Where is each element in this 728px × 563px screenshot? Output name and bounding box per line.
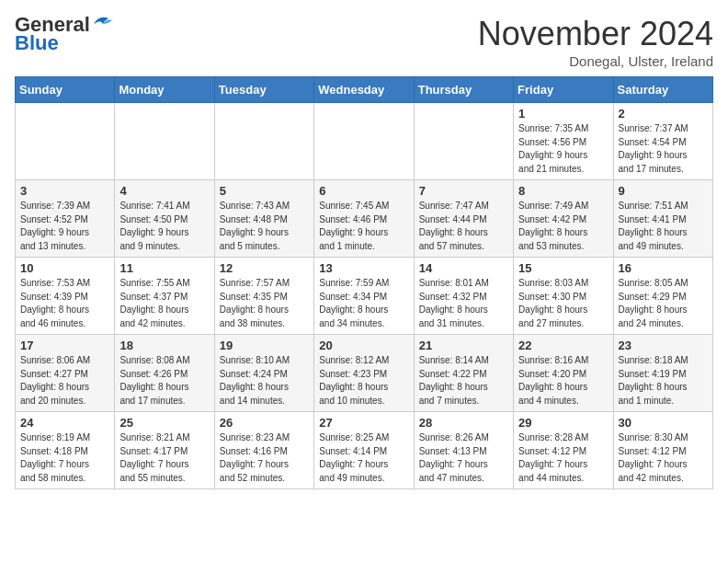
weekday-header-tuesday: Tuesday: [214, 77, 313, 103]
calendar-cell: 23Sunrise: 8:18 AM Sunset: 4:19 PM Dayli…: [613, 335, 712, 412]
calendar-cell: 29Sunrise: 8:28 AM Sunset: 4:12 PM Dayli…: [514, 412, 613, 489]
calendar-cell: 8Sunrise: 7:49 AM Sunset: 4:42 PM Daylig…: [514, 180, 613, 258]
day-info: Sunrise: 7:45 AM Sunset: 4:46 PM Dayligh…: [319, 200, 408, 253]
day-info: Sunrise: 8:10 AM Sunset: 4:24 PM Dayligh…: [220, 354, 309, 408]
day-info: Sunrise: 7:59 AM Sunset: 4:34 PM Dayligh…: [319, 277, 408, 330]
day-number: 14: [419, 261, 508, 275]
day-number: 3: [20, 184, 109, 198]
month-title: November 2024: [478, 15, 713, 53]
day-info: Sunrise: 8:25 AM Sunset: 4:14 PM Dayligh…: [319, 431, 408, 485]
weekday-header-saturday: Saturday: [613, 77, 712, 103]
day-info: Sunrise: 7:37 AM Sunset: 4:54 PM Dayligh…: [619, 122, 708, 176]
calendar-week-4: 17Sunrise: 8:06 AM Sunset: 4:27 PM Dayli…: [16, 335, 713, 412]
calendar-week-3: 10Sunrise: 7:53 AM Sunset: 4:39 PM Dayli…: [16, 258, 713, 335]
day-info: Sunrise: 8:08 AM Sunset: 4:26 PM Dayligh…: [119, 354, 209, 408]
calendar-cell: 24Sunrise: 8:19 AM Sunset: 4:18 PM Dayli…: [16, 412, 115, 489]
calendar-cell: 17Sunrise: 8:06 AM Sunset: 4:27 PM Dayli…: [16, 335, 115, 412]
calendar-cell: 13Sunrise: 7:59 AM Sunset: 4:34 PM Dayli…: [314, 258, 414, 335]
calendar-table: SundayMondayTuesdayWednesdayThursdayFrid…: [15, 76, 713, 489]
day-info: Sunrise: 8:19 AM Sunset: 4:18 PM Dayligh…: [20, 431, 109, 485]
day-info: Sunrise: 8:28 AM Sunset: 4:12 PM Dayligh…: [518, 431, 608, 485]
day-info: Sunrise: 7:51 AM Sunset: 4:41 PM Dayligh…: [619, 200, 708, 253]
day-number: 6: [319, 184, 408, 198]
day-number: 18: [119, 339, 209, 352]
logo-bird-icon: [92, 15, 112, 31]
weekday-header-sunday: Sunday: [16, 77, 115, 103]
day-info: Sunrise: 8:30 AM Sunset: 4:12 PM Dayligh…: [619, 431, 708, 485]
calendar-week-1: 1Sunrise: 7:35 AM Sunset: 4:56 PM Daylig…: [16, 103, 713, 180]
day-info: Sunrise: 7:35 AM Sunset: 4:56 PM Dayligh…: [518, 122, 608, 176]
calendar-week-2: 3Sunrise: 7:39 AM Sunset: 4:52 PM Daylig…: [16, 180, 713, 258]
calendar-cell: 19Sunrise: 8:10 AM Sunset: 4:24 PM Dayli…: [214, 335, 313, 412]
day-info: Sunrise: 8:16 AM Sunset: 4:20 PM Dayligh…: [518, 354, 608, 408]
day-info: Sunrise: 7:39 AM Sunset: 4:52 PM Dayligh…: [20, 200, 109, 253]
day-info: Sunrise: 8:26 AM Sunset: 4:13 PM Dayligh…: [419, 431, 508, 485]
calendar-week-5: 24Sunrise: 8:19 AM Sunset: 4:18 PM Dayli…: [16, 412, 713, 489]
day-number: 24: [20, 416, 109, 430]
day-number: 5: [220, 184, 309, 198]
page-header: General Blue November 2024 Donegal, Ulst…: [15, 15, 713, 69]
day-info: Sunrise: 8:18 AM Sunset: 4:19 PM Dayligh…: [619, 354, 708, 408]
calendar-cell: 7Sunrise: 7:47 AM Sunset: 4:44 PM Daylig…: [414, 180, 513, 258]
calendar-cell: 21Sunrise: 8:14 AM Sunset: 4:22 PM Dayli…: [414, 335, 513, 412]
calendar-cell: 6Sunrise: 7:45 AM Sunset: 4:46 PM Daylig…: [314, 180, 414, 258]
day-number: 27: [319, 416, 408, 430]
day-info: Sunrise: 8:14 AM Sunset: 4:22 PM Dayligh…: [419, 354, 508, 408]
day-info: Sunrise: 7:57 AM Sunset: 4:35 PM Dayligh…: [220, 277, 309, 330]
calendar-cell: 20Sunrise: 8:12 AM Sunset: 4:23 PM Dayli…: [314, 335, 414, 412]
day-number: 28: [419, 416, 508, 430]
calendar-cell: 25Sunrise: 8:21 AM Sunset: 4:17 PM Dayli…: [115, 412, 214, 489]
day-number: 23: [619, 339, 708, 352]
day-info: Sunrise: 7:43 AM Sunset: 4:48 PM Dayligh…: [220, 200, 309, 253]
calendar-cell: 3Sunrise: 7:39 AM Sunset: 4:52 PM Daylig…: [16, 180, 115, 258]
day-number: 15: [518, 261, 608, 275]
day-number: 1: [518, 107, 608, 121]
day-number: 20: [319, 339, 408, 352]
day-number: 2: [619, 107, 708, 121]
day-info: Sunrise: 8:12 AM Sunset: 4:23 PM Dayligh…: [319, 354, 408, 408]
day-number: 21: [419, 339, 508, 352]
calendar-cell: 16Sunrise: 8:05 AM Sunset: 4:29 PM Dayli…: [613, 258, 712, 335]
calendar-cell: 26Sunrise: 8:23 AM Sunset: 4:16 PM Dayli…: [214, 412, 313, 489]
day-info: Sunrise: 7:49 AM Sunset: 4:42 PM Dayligh…: [518, 200, 608, 253]
day-number: 17: [20, 339, 109, 352]
logo: General Blue: [15, 15, 112, 53]
calendar-cell: 28Sunrise: 8:26 AM Sunset: 4:13 PM Dayli…: [414, 412, 513, 489]
day-number: 22: [518, 339, 608, 352]
weekday-header-wednesday: Wednesday: [314, 77, 414, 103]
day-number: 7: [419, 184, 508, 198]
logo-blue: Blue: [15, 33, 59, 53]
day-number: 26: [220, 416, 309, 430]
day-info: Sunrise: 7:41 AM Sunset: 4:50 PM Dayligh…: [119, 200, 209, 253]
calendar-cell: 1Sunrise: 7:35 AM Sunset: 4:56 PM Daylig…: [514, 103, 613, 180]
title-block: November 2024 Donegal, Ulster, Ireland: [478, 15, 713, 69]
calendar-cell: 18Sunrise: 8:08 AM Sunset: 4:26 PM Dayli…: [115, 335, 214, 412]
day-number: 25: [119, 416, 209, 430]
calendar-cell: 2Sunrise: 7:37 AM Sunset: 4:54 PM Daylig…: [613, 103, 712, 180]
calendar-cell: 4Sunrise: 7:41 AM Sunset: 4:50 PM Daylig…: [115, 180, 214, 258]
day-number: 8: [518, 184, 608, 198]
weekday-header-monday: Monday: [115, 77, 214, 103]
calendar-cell: 9Sunrise: 7:51 AM Sunset: 4:41 PM Daylig…: [613, 180, 712, 258]
day-info: Sunrise: 7:53 AM Sunset: 4:39 PM Dayligh…: [20, 277, 109, 330]
day-info: Sunrise: 8:06 AM Sunset: 4:27 PM Dayligh…: [20, 354, 109, 408]
calendar-cell: [314, 103, 414, 180]
calendar-cell: [115, 103, 214, 180]
calendar-cell: 14Sunrise: 8:01 AM Sunset: 4:32 PM Dayli…: [414, 258, 513, 335]
day-info: Sunrise: 8:01 AM Sunset: 4:32 PM Dayligh…: [419, 277, 508, 330]
day-number: 19: [220, 339, 309, 352]
calendar-cell: [16, 103, 115, 180]
calendar-cell: [414, 103, 513, 180]
day-number: 30: [619, 416, 708, 430]
day-number: 13: [319, 261, 408, 275]
calendar-cell: 11Sunrise: 7:55 AM Sunset: 4:37 PM Dayli…: [115, 258, 214, 335]
calendar-cell: 12Sunrise: 7:57 AM Sunset: 4:35 PM Dayli…: [214, 258, 313, 335]
calendar-cell: 27Sunrise: 8:25 AM Sunset: 4:14 PM Dayli…: [314, 412, 414, 489]
calendar-cell: 10Sunrise: 7:53 AM Sunset: 4:39 PM Dayli…: [16, 258, 115, 335]
calendar-cell: 22Sunrise: 8:16 AM Sunset: 4:20 PM Dayli…: [514, 335, 613, 412]
day-number: 9: [619, 184, 708, 198]
day-info: Sunrise: 8:03 AM Sunset: 4:30 PM Dayligh…: [518, 277, 608, 330]
day-info: Sunrise: 7:55 AM Sunset: 4:37 PM Dayligh…: [119, 277, 209, 330]
day-number: 10: [20, 261, 109, 275]
day-info: Sunrise: 8:23 AM Sunset: 4:16 PM Dayligh…: [220, 431, 309, 485]
